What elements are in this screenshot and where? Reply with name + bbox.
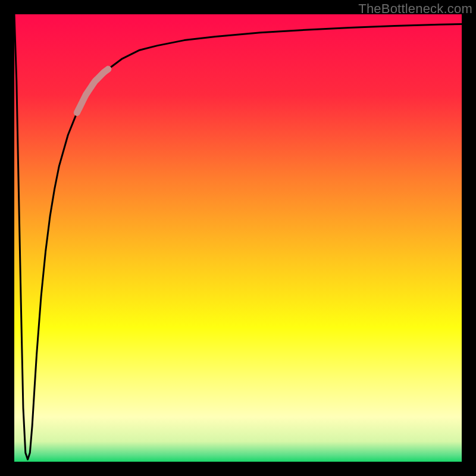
plot-area [14,14,462,462]
curve-highlight [77,69,108,112]
chart-frame: TheBottleneck.com [0,0,476,476]
bottleneck-curve [14,14,462,459]
attribution-text: TheBottleneck.com [358,1,472,17]
curve-layer [14,14,462,462]
